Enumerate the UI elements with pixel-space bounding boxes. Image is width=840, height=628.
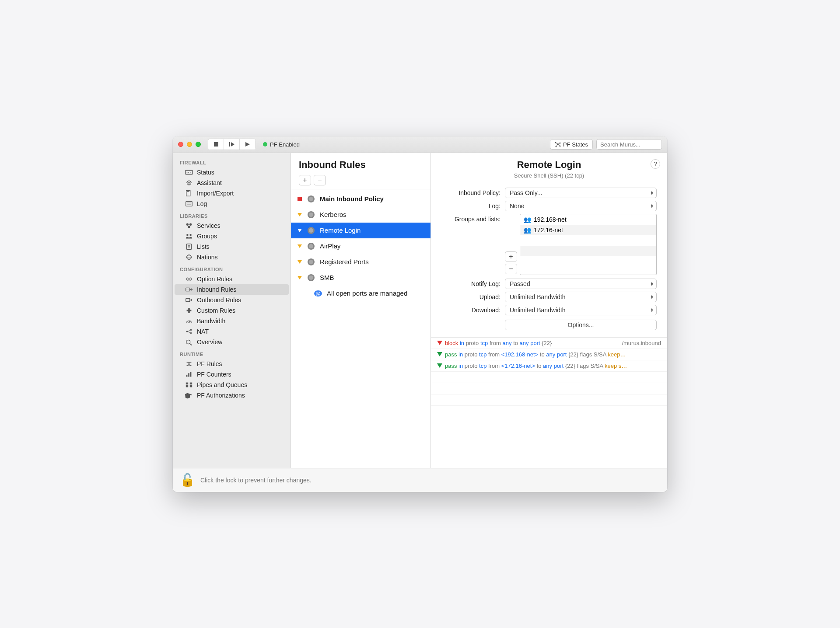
- svg-point-40: [186, 331, 188, 332]
- groups-listbox[interactable]: 👥192.168-net👥172.16-net: [520, 214, 657, 275]
- groups-label: Groups and lists:: [441, 214, 505, 223]
- svg-point-62: [309, 260, 313, 264]
- sidebar-item-outbound-rules[interactable]: Outbound Rules: [175, 295, 289, 305]
- download-select[interactable]: Unlimited Bandwidth▲▼: [505, 305, 657, 315]
- chevron-updown-icon: ▲▼: [650, 191, 654, 195]
- sidebar-item-custom-rules[interactable]: Custom Rules: [175, 305, 289, 316]
- svg-point-43: [186, 340, 190, 344]
- rule-item[interactable]: @All open ports are managed: [291, 286, 430, 301]
- add-rule-button[interactable]: +: [299, 175, 311, 185]
- sidebar-item-pf-rules[interactable]: PF Rules: [175, 359, 289, 369]
- rules-title: Inbound Rules: [299, 159, 423, 171]
- app-window: PF Enabled PF States FIREWALLStatusAssis…: [173, 136, 667, 492]
- disclosure-icon: [297, 229, 302, 232]
- svg-rect-49: [190, 382, 192, 384]
- rule-item[interactable]: SMB: [291, 270, 430, 286]
- search-input[interactable]: [596, 139, 662, 150]
- sidebar-item-services[interactable]: Services: [175, 220, 289, 231]
- svg-line-7: [556, 143, 558, 144]
- svg-rect-0: [214, 142, 218, 147]
- group-item[interactable]: 👥172.16-net: [520, 225, 656, 235]
- svg-point-35: [189, 278, 191, 280]
- svg-point-56: [309, 213, 313, 217]
- rule-item[interactable]: AirPlay: [291, 238, 430, 254]
- log-label: Log:: [441, 202, 505, 209]
- pf-rule-text: pass in proto tcp from <172.16-net> to a…: [445, 363, 661, 369]
- sidebar-item-pf-authorizations[interactable]: PF Authorizations: [175, 390, 289, 401]
- svg-point-26: [189, 234, 192, 236]
- step-button[interactable]: [224, 139, 240, 150]
- rules-column: Inbound Rules + − Main Inbound PolicyKer…: [291, 153, 431, 468]
- detail-title: Remote Login: [440, 159, 658, 171]
- svg-point-14: [190, 172, 191, 173]
- notify-select[interactable]: Passed▲▼: [505, 279, 657, 289]
- sidebar-item-import-export[interactable]: Import/Export: [175, 188, 289, 199]
- rule-item[interactable]: Registered Ports: [291, 254, 430, 270]
- sidebar-item-assistant[interactable]: Assistant: [175, 178, 289, 188]
- sidebar-item-option-rules[interactable]: Option Rules: [175, 274, 289, 284]
- play-button[interactable]: [240, 139, 256, 150]
- sidebar-item-label: Lists: [197, 243, 210, 250]
- stop-button[interactable]: [208, 139, 224, 150]
- inbound-icon: [185, 286, 193, 293]
- sidebar-item-pipes-and-queues[interactable]: Pipes and Queues: [175, 380, 289, 390]
- detail-subtitle: Secure Shell (SSH) (22 tcp): [440, 172, 658, 179]
- zoom-icon[interactable]: [196, 142, 201, 147]
- nations-icon: [185, 254, 193, 261]
- detail-form: Inbound Policy: Pass Only...▲▼ Log: None…: [431, 186, 667, 337]
- svg-point-16: [188, 182, 190, 184]
- pf-rule-anchor: /murus.inbound: [622, 340, 661, 346]
- svg-point-12: [187, 172, 188, 173]
- svg-rect-19: [186, 201, 192, 206]
- service-icon: @: [313, 289, 323, 298]
- inbound-policy-select[interactable]: Pass Only...▲▼: [505, 188, 657, 198]
- footer-text: Click the lock to prevent further change…: [200, 477, 312, 484]
- group-item[interactable]: 👥192.168-net: [520, 214, 656, 225]
- window-controls: [178, 142, 201, 147]
- svg-point-42: [190, 332, 192, 334]
- overview-icon: [185, 338, 193, 345]
- remove-rule-button[interactable]: −: [314, 175, 326, 185]
- sidebar-item-groups[interactable]: Groups: [175, 231, 289, 241]
- pf-states-button[interactable]: PF States: [550, 139, 593, 150]
- upload-label: Upload:: [441, 293, 505, 300]
- sidebar-item-label: Status: [197, 169, 214, 176]
- close-icon[interactable]: [178, 142, 183, 147]
- sidebar-item-status[interactable]: Status: [175, 167, 289, 178]
- rule-item[interactable]: Main Inbound Policy: [291, 191, 430, 207]
- sidebar-item-bandwidth[interactable]: Bandwidth: [175, 316, 289, 326]
- svg-point-58: [309, 228, 313, 233]
- service-icon: [306, 226, 316, 235]
- minimize-icon[interactable]: [187, 142, 192, 147]
- sidebar-item-lists[interactable]: Lists: [175, 241, 289, 252]
- sidebar-item-nations[interactable]: Nations: [175, 252, 289, 262]
- svg-text:@: @: [315, 291, 320, 296]
- sidebar-item-overview[interactable]: Overview: [175, 337, 289, 347]
- sidebar-item-inbound-rules[interactable]: Inbound Rules: [175, 284, 289, 295]
- people-icon: 👥: [524, 216, 531, 223]
- svg-point-64: [309, 276, 313, 280]
- pf-rule-text: block in proto tcp from any to any port …: [445, 340, 619, 346]
- status-icon: [185, 169, 193, 176]
- pf-rule-line: pass in proto tcp from <172.16-net> to a…: [431, 360, 667, 372]
- pf-rule-line: pass in proto tcp from <192.168-net> to …: [431, 349, 667, 360]
- options-button[interactable]: Options...: [505, 320, 657, 330]
- rule-item[interactable]: Remote Login: [291, 223, 430, 238]
- upload-select[interactable]: Unlimited Bandwidth▲▼: [505, 292, 657, 302]
- help-button[interactable]: ?: [651, 159, 660, 169]
- lists-icon: [185, 243, 193, 250]
- sidebar-item-pf-counters[interactable]: PF Counters: [175, 369, 289, 380]
- remove-group-button[interactable]: −: [505, 264, 517, 274]
- rule-item[interactable]: Kerberos: [291, 207, 430, 223]
- rule-label: Remote Login: [320, 227, 360, 234]
- sidebar-section-header: CONFIGURATION: [173, 262, 290, 274]
- log-select[interactable]: None▲▼: [505, 201, 657, 211]
- detail-panel: Remote Login Secure Shell (SSH) (22 tcp)…: [431, 153, 667, 468]
- sidebar-item-nat[interactable]: NAT: [175, 326, 289, 337]
- lock-icon[interactable]: 🔓: [180, 473, 195, 487]
- sidebar-item-label: PF Counters: [197, 371, 231, 378]
- add-group-button[interactable]: +: [505, 251, 517, 262]
- sidebar-item-log[interactable]: Log: [175, 199, 289, 209]
- sidebar-item-label: Services: [197, 222, 220, 229]
- pf-rules-display: block in proto tcp from any to any port …: [431, 337, 667, 468]
